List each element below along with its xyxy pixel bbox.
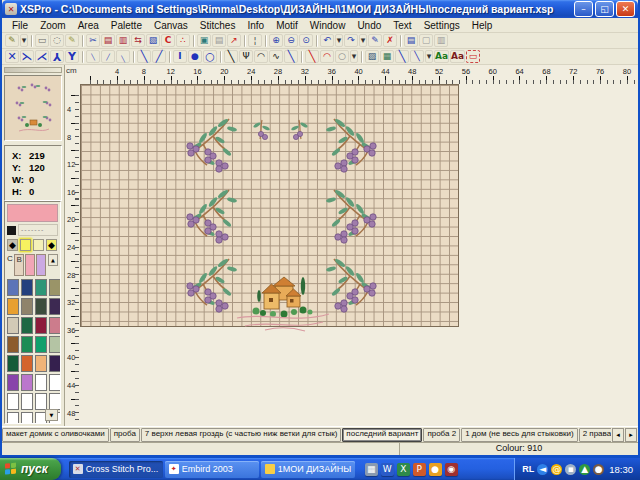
marquee-select-tool[interactable]: ▭ — [466, 50, 480, 63]
pencil-dropdown[interactable]: ▾ — [20, 34, 28, 47]
palette-swatch[interactable] — [21, 317, 33, 334]
half-stitch-tool-2[interactable]: ╱ — [152, 50, 166, 63]
tray-shield-icon[interactable]: ▲ — [579, 464, 590, 475]
palette-swatch[interactable] — [7, 298, 19, 315]
bead-filled-tool[interactable]: ● — [188, 50, 202, 63]
backstitch-loop-tool[interactable]: ∿ — [269, 50, 283, 63]
menu-item[interactable]: Settings — [418, 20, 466, 31]
tab-scroll-right-button[interactable]: ▸ — [625, 428, 637, 442]
zoom-in-button[interactable]: ⊕ — [269, 34, 283, 47]
palette-swatch[interactable] — [49, 374, 61, 391]
design-tab[interactable]: 7 верхн левая гроздь (с частью ниж ветки… — [141, 428, 342, 442]
palette-swatch[interactable] — [35, 317, 47, 334]
menu-item[interactable]: Zoom — [34, 20, 72, 31]
design-tab[interactable]: проба — [110, 428, 140, 442]
palette-swatch[interactable] — [21, 298, 33, 315]
rotate-tool[interactable]: C — [161, 34, 175, 47]
palette-swatch[interactable] — [7, 412, 19, 424]
long-stitch-curve-tool[interactable]: ◠ — [320, 50, 334, 63]
palette-scroll-down-button[interactable]: ▼ — [45, 409, 58, 421]
quicklaunch-powerpoint-icon[interactable]: P — [413, 463, 426, 476]
menu-item[interactable]: Text — [387, 20, 417, 31]
zoom-reset-button[interactable]: ⊙ — [299, 34, 313, 47]
backstitch-curve-tool[interactable]: ◠ — [254, 50, 268, 63]
tab-scroll-left-button[interactable]: ◂ — [612, 428, 624, 442]
tray-update-icon[interactable]: ● — [593, 464, 604, 475]
special-stitch-dropdown[interactable]: ▾ — [425, 50, 433, 63]
menu-item[interactable]: Info — [241, 20, 270, 31]
quicklaunch-shield-icon[interactable]: ◉ — [445, 463, 458, 476]
full-cross-tool[interactable]: ✕ — [5, 50, 19, 63]
palette-swatch[interactable] — [7, 355, 19, 372]
undo-button[interactable]: ↶ — [320, 34, 334, 47]
taskbar-task-cross-stitch[interactable]: ✕ Cross Stitch Pro... — [69, 461, 163, 478]
lasso-select-tool[interactable]: ◌ — [50, 34, 64, 47]
taskbar-task-folder[interactable]: 1МОИ ДИЗАЙНЫ — [261, 461, 355, 478]
menu-item[interactable]: Palette — [105, 20, 148, 31]
header-swatch-lavender[interactable] — [36, 254, 46, 276]
scatter-tool[interactable]: ∴ — [176, 34, 190, 47]
pattern-flip-tool[interactable]: ▧ — [146, 34, 160, 47]
taskbar-task-embird[interactable]: ✦ Embird 2003 — [165, 461, 259, 478]
three-quarter-tool-4[interactable]: Y — [65, 50, 79, 63]
french-knot-tool[interactable]: I — [173, 50, 187, 63]
menu-item[interactable]: Undo — [351, 20, 387, 31]
copy-tool[interactable]: ▤ — [101, 34, 115, 47]
pen-edit-tool[interactable]: ✎ — [368, 34, 382, 47]
outline-shape-tool[interactable]: ○ — [335, 50, 349, 63]
minimize-button[interactable]: – — [574, 1, 593, 17]
palette-swatch[interactable] — [49, 298, 61, 315]
mode-button-diamond-yellow[interactable]: ◆ — [46, 239, 57, 251]
design-tab[interactable]: 2 правая ниж гр — [579, 428, 611, 442]
palette-swatch[interactable] — [21, 393, 33, 410]
zoom-out-button[interactable]: ⊖ — [284, 34, 298, 47]
panel-grip[interactable] — [4, 67, 62, 73]
half-stitch-tool-1[interactable]: ╲ — [137, 50, 151, 63]
design-tab[interactable]: макет домик с оливочками — [2, 428, 109, 442]
palette-swatch[interactable] — [35, 298, 47, 315]
quicklaunch-word-icon[interactable]: W — [381, 463, 394, 476]
current-color-swatch[interactable] — [7, 204, 58, 222]
copy-page-button[interactable]: ▤ — [404, 34, 418, 47]
backstitch-diagonal-tool[interactable]: ╲ — [284, 50, 298, 63]
mode-button-diamond-grey[interactable]: ◆ — [7, 239, 18, 251]
quarter-stitch-tool-3[interactable]: ╲ — [116, 50, 130, 63]
restore-button[interactable]: ◱ — [595, 1, 614, 17]
palette-swatch[interactable] — [35, 374, 47, 391]
motif-library-tool[interactable]: ▦ — [380, 50, 394, 63]
tray-network-icon[interactable]: ▪ — [565, 464, 576, 475]
outline-shape-dropdown[interactable]: ▾ — [350, 50, 358, 63]
header-swatch-pink[interactable] — [25, 254, 35, 276]
palette-swatch[interactable] — [21, 412, 33, 424]
three-quarter-tool-3[interactable]: Y — [50, 50, 64, 63]
palette-swatch[interactable] — [35, 279, 47, 296]
freehand-select-tool[interactable]: ✎ — [65, 34, 79, 47]
cut-tool[interactable]: ✂ — [86, 34, 100, 47]
palette-swatch[interactable] — [7, 317, 19, 334]
palette-swatch[interactable] — [35, 336, 47, 353]
design-tab[interactable]: 1 дом (не весь для стыковки) — [461, 428, 578, 442]
backstitch-branch-tool[interactable]: Ψ — [239, 50, 253, 63]
three-quarter-tool-2[interactable]: ⋌ — [35, 50, 49, 63]
print-preview-button[interactable]: ▤ — [212, 34, 226, 47]
rect-select-tool[interactable]: ▭ — [35, 34, 49, 47]
menu-item[interactable]: Stitches — [194, 20, 242, 31]
motif-fill-tool[interactable]: ▨ — [365, 50, 379, 63]
mode-button-pale-yellow[interactable] — [33, 239, 44, 251]
quicklaunch-agent-icon[interactable]: ● — [429, 463, 442, 476]
menu-item[interactable]: Motif — [270, 20, 304, 31]
special-stitch-tool-2[interactable]: ╲ — [410, 50, 424, 63]
menu-item[interactable]: Help — [466, 20, 499, 31]
font-small-button[interactable]: Aa — [434, 50, 449, 63]
palette-swatch[interactable] — [35, 355, 47, 372]
menu-item[interactable]: Area — [72, 20, 105, 31]
new-page-button[interactable]: ▢ — [419, 34, 433, 47]
palette-swatch[interactable] — [7, 393, 19, 410]
palette-swatch[interactable] — [49, 336, 61, 353]
palette-swatch[interactable] — [7, 336, 19, 353]
design-tab[interactable]: последний вариант — [342, 428, 422, 442]
palette-swatch[interactable] — [21, 374, 33, 391]
header-swatch-beige[interactable]: B — [14, 254, 24, 276]
palette-swatch[interactable] — [21, 336, 33, 353]
tray-volume-icon[interactable]: ◄ — [537, 464, 548, 475]
